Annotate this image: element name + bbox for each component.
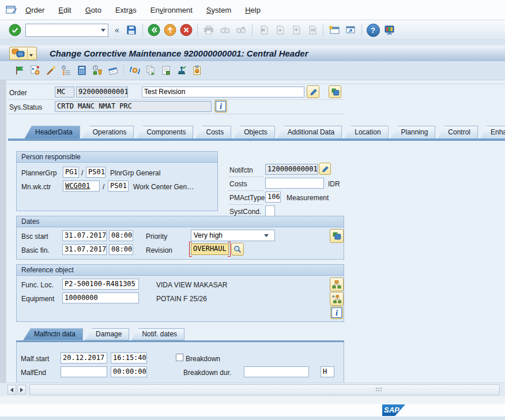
clipboard-alert-button[interactable] xyxy=(189,63,205,78)
edit-notification-button[interactable] xyxy=(319,163,331,175)
scroll-right-button[interactable] xyxy=(17,385,26,395)
find-button[interactable] xyxy=(218,23,232,37)
print-button[interactable] xyxy=(202,23,216,37)
tab-components[interactable]: Components xyxy=(135,126,193,139)
breakdown-dur-field[interactable] xyxy=(244,366,309,377)
availability-check-button[interactable] xyxy=(43,63,58,78)
menu-item-order[interactable]: Order xyxy=(25,6,44,14)
services-dropdown-icon[interactable] xyxy=(27,48,35,58)
tab-control[interactable]: Control xyxy=(437,126,478,139)
last-page-button[interactable] xyxy=(305,23,319,37)
tab-planning[interactable]: Planning xyxy=(390,126,436,139)
next-page-button[interactable] xyxy=(289,23,303,37)
basic-fin-date-field[interactable]: 31.07.2017 xyxy=(62,244,107,255)
menu-item-help[interactable]: Help xyxy=(245,6,261,14)
order-number-field: 920000000001 xyxy=(76,87,128,97)
save-button[interactable] xyxy=(125,23,138,37)
find-icon xyxy=(219,24,231,36)
bsc-start-time-field[interactable]: 08:00 xyxy=(109,230,133,241)
malf-start-date-field[interactable]: 20.12.2017 xyxy=(61,352,107,363)
menu-item-edit[interactable]: Edit xyxy=(58,6,71,14)
collapse-toolbar-button[interactable]: « xyxy=(112,23,122,37)
object-info-button[interactable]: i xyxy=(330,306,343,319)
tab-costs[interactable]: Costs xyxy=(195,126,231,139)
breakdown-checkbox[interactable] xyxy=(176,354,183,361)
status-info-button[interactable]: i xyxy=(214,100,227,112)
revision-search-button[interactable] xyxy=(231,243,244,256)
revision-field[interactable]: OVERHAUL xyxy=(191,243,229,255)
subtab-damage[interactable]: Damage xyxy=(85,328,129,340)
planner-grp-field[interactable]: PG1 xyxy=(63,167,79,178)
equipment-description: POTAIN F 25/26 xyxy=(156,295,207,303)
exit-button[interactable] xyxy=(163,23,177,37)
planner-grp-plant-field[interactable]: PS01 xyxy=(86,167,105,178)
tab-headerdata[interactable]: HeaderData xyxy=(24,126,80,139)
menu-item-environment[interactable]: Environment xyxy=(150,6,193,14)
tab-additional-data[interactable]: Additional Data xyxy=(277,126,342,139)
scrollbar-track[interactable] xyxy=(29,384,500,395)
enter-button[interactable] xyxy=(8,23,22,37)
bsc-start-date-field[interactable]: 31.07.2017 xyxy=(62,230,107,241)
log-button[interactable] xyxy=(158,63,174,78)
menu-item-extras[interactable]: Extras xyxy=(115,6,137,14)
workflow-button[interactable] xyxy=(127,63,142,78)
scroll-left-button[interactable] xyxy=(7,385,16,395)
structure-arrow-button[interactable] xyxy=(330,292,344,306)
last-page-icon xyxy=(306,24,318,36)
basic-fin-label: Basic fin. xyxy=(21,246,50,254)
equipment-field[interactable]: 10000000 xyxy=(62,292,139,303)
edit-description-button[interactable] xyxy=(307,85,319,98)
costs-field[interactable] xyxy=(265,178,324,189)
new-session-button[interactable] xyxy=(327,23,341,37)
breakdown-dur-unit-field[interactable]: H xyxy=(321,366,334,377)
first-page-button[interactable] xyxy=(257,23,270,37)
menu-item-goto[interactable]: Goto xyxy=(85,6,101,14)
payment-card-button[interactable] xyxy=(105,63,120,78)
scheduling-button[interactable] xyxy=(89,63,105,78)
command-field[interactable] xyxy=(25,24,108,37)
tab-location[interactable]: Location xyxy=(344,126,388,139)
menu-item-system[interactable]: System xyxy=(206,6,231,14)
system-menu-icon[interactable] xyxy=(6,5,17,14)
copy-documents-button[interactable] xyxy=(142,63,158,78)
malf-end-date-field[interactable] xyxy=(61,366,107,377)
operations-overview-button[interactable] xyxy=(58,63,74,78)
priority-dropdown[interactable]: Very high xyxy=(191,230,275,241)
subtab-notif-dates[interactable]: Notif. dates xyxy=(131,328,184,340)
order-settings-button[interactable] xyxy=(27,63,43,78)
cancel-button[interactable] xyxy=(179,23,193,37)
tab-operations[interactable]: Operations xyxy=(82,126,134,139)
pm-act-type-label: PMActType xyxy=(229,194,265,202)
cancel-icon xyxy=(180,24,193,36)
order-description-field[interactable]: Test Revision xyxy=(142,87,304,97)
work-center-field[interactable]: WCG001 xyxy=(63,181,100,192)
structure-list-button[interactable] xyxy=(330,278,344,291)
tab-enhancement[interactable]: Enhancement xyxy=(480,126,505,139)
services-button[interactable] xyxy=(9,47,37,60)
tab-objects[interactable]: Objects xyxy=(233,126,275,139)
back-button[interactable] xyxy=(147,23,161,37)
dates-worklist-button[interactable] xyxy=(330,229,344,243)
func-loc-field[interactable]: P2-500100-R481305 xyxy=(62,279,139,290)
command-input[interactable] xyxy=(26,25,99,36)
basic-fin-time-field[interactable]: 08:00 xyxy=(109,244,133,255)
malf-end-time-field[interactable]: 00:00:00 xyxy=(111,366,147,377)
order-worklist-button[interactable] xyxy=(329,85,341,98)
menu-bar: Order Edit Goto Extras Environment Syste… xyxy=(0,0,505,20)
syst-cond-field[interactable] xyxy=(265,205,275,216)
scrollbar-grip-icon[interactable] xyxy=(376,388,382,391)
stamp-button[interactable] xyxy=(174,63,189,78)
command-dropdown-icon[interactable] xyxy=(101,29,105,32)
customize-layout-button[interactable] xyxy=(382,23,396,37)
page-title: Change Corrective Maintenance 9200000000… xyxy=(50,48,308,58)
create-shortcut-button[interactable] xyxy=(344,23,357,37)
help-button[interactable]: ? xyxy=(366,23,380,37)
pm-act-type-field[interactable]: 106 xyxy=(265,192,281,202)
work-center-plant-field[interactable]: PS01 xyxy=(108,181,129,192)
previous-page-button[interactable] xyxy=(273,23,287,37)
malf-start-time-field[interactable]: 16:15:40 xyxy=(111,352,147,363)
release-button[interactable] xyxy=(12,63,27,78)
calculate-costs-button[interactable] xyxy=(74,63,89,78)
subtab-malfnctn-data[interactable]: Malfnctn data xyxy=(23,328,83,340)
find-next-button[interactable] xyxy=(234,23,248,37)
